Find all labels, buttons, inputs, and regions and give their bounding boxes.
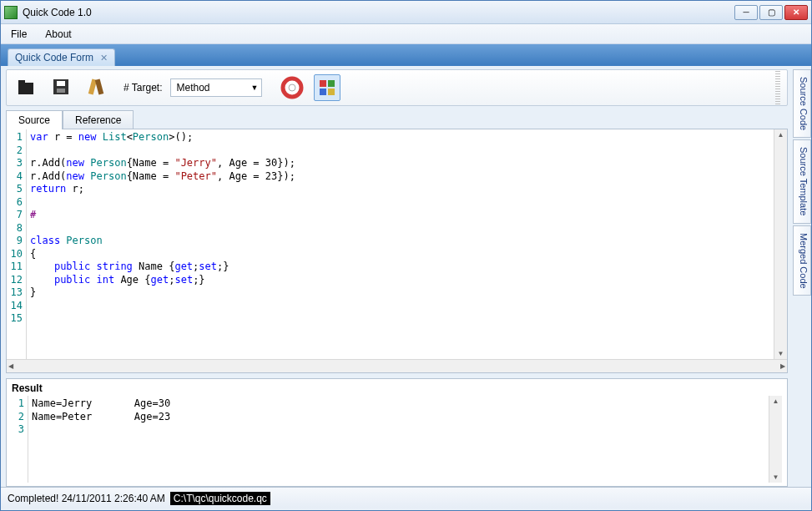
help-button[interactable] (279, 74, 305, 101)
result-scrollbar-vertical[interactable]: ▲ ▼ (769, 396, 782, 483)
scroll-left-icon[interactable]: ◀ (7, 361, 15, 372)
toolbar-grip (775, 71, 780, 104)
side-tab-source-code[interactable]: Source Code (793, 69, 811, 138)
open-button[interactable] (13, 74, 40, 101)
svg-rect-12 (328, 89, 335, 95)
side-tabs: Source Code Source Template Merged Code (793, 66, 811, 487)
toolbar: # Target: Method ▼ (6, 69, 788, 106)
result-gutter: 123 (12, 396, 28, 483)
statusbar: Completed! 24/11/2011 2:26:40 AM C:\T\qc… (1, 487, 811, 508)
result-content: Name=Jerry Age=30Name=Peter Age=23 (28, 396, 769, 483)
workspace: # Target: Method ▼ Source Reference 1234… (1, 66, 811, 487)
editor-content[interactable]: var r = new List<Person>(); r.Add(new Pe… (27, 129, 774, 359)
chevron-down-icon: ▼ (251, 83, 259, 92)
scroll-down-icon[interactable]: ▼ (776, 348, 786, 359)
svg-rect-10 (328, 80, 335, 87)
document-tabstrip: Quick Code Form ✕ (1, 44, 811, 66)
menubar: File About (1, 24, 811, 44)
tab-source[interactable]: Source (6, 110, 63, 129)
lifebuoy-icon (280, 76, 304, 99)
svg-rect-11 (320, 89, 326, 95)
close-button[interactable]: ✕ (784, 5, 808, 20)
scroll-down-icon[interactable]: ▼ (771, 472, 781, 483)
scroll-up-icon[interactable]: ▲ (776, 129, 786, 140)
minimize-button[interactable]: ─ (734, 5, 758, 20)
menu-file[interactable]: File (8, 27, 30, 42)
folder-icon (15, 76, 38, 99)
status-completed: Completed! 24/11/2011 2:26:40 AM (8, 493, 165, 504)
doc-tab-quickcodeform[interactable]: Quick Code Form ✕ (8, 48, 115, 66)
svg-rect-9 (320, 80, 326, 87)
svg-rect-4 (57, 89, 65, 93)
menu-about[interactable]: About (42, 27, 74, 42)
window-controls: ─ ▢ ✕ (734, 5, 808, 20)
code-tabs: Source Reference (6, 109, 788, 129)
side-tab-source-template[interactable]: Source Template (793, 139, 811, 223)
pencil-ruler-icon (85, 76, 108, 99)
editor-gutter: 123456789101112131415 (7, 129, 27, 359)
status-filepath: C:\T\qc\quickcode.qc (170, 492, 270, 505)
svg-rect-6 (95, 79, 103, 95)
target-value: Method (176, 82, 209, 94)
scroll-up-icon[interactable]: ▲ (771, 396, 781, 407)
result-title: Result (12, 382, 782, 394)
svg-rect-3 (57, 81, 65, 86)
save-button[interactable] (48, 74, 75, 101)
side-tab-merged-code[interactable]: Merged Code (793, 225, 811, 296)
scroll-right-icon[interactable]: ▶ (779, 361, 787, 372)
editor-scrollbar-horizontal[interactable]: ◀ ▶ (7, 359, 787, 372)
target-dropdown[interactable]: Method ▼ (170, 78, 262, 97)
run-button[interactable] (314, 74, 340, 101)
doc-tab-label: Quick Code Form (15, 52, 93, 63)
edit-button[interactable] (83, 74, 110, 101)
windows-icon (317, 78, 337, 98)
main-column: # Target: Method ▼ Source Reference 1234… (1, 66, 793, 487)
doc-tab-close-icon[interactable]: ✕ (100, 53, 108, 63)
svg-rect-1 (18, 80, 25, 83)
target-label: # Target: (124, 82, 162, 94)
maximize-button[interactable]: ▢ (759, 5, 783, 20)
floppy-icon (50, 76, 73, 99)
svg-point-8 (289, 84, 295, 91)
code-editor[interactable]: 123456789101112131415 var r = new List<P… (6, 129, 788, 373)
titlebar: Quick Code 1.0 ─ ▢ ✕ (1, 1, 811, 24)
result-panel: Result 123 Name=Jerry Age=30Name=Peter A… (6, 378, 788, 487)
editor-scrollbar-vertical[interactable]: ▲ ▼ (774, 129, 787, 359)
window-title: Quick Code 1.0 (23, 7, 734, 18)
tab-reference[interactable]: Reference (63, 110, 134, 129)
app-icon (4, 6, 18, 19)
svg-rect-0 (18, 83, 33, 94)
